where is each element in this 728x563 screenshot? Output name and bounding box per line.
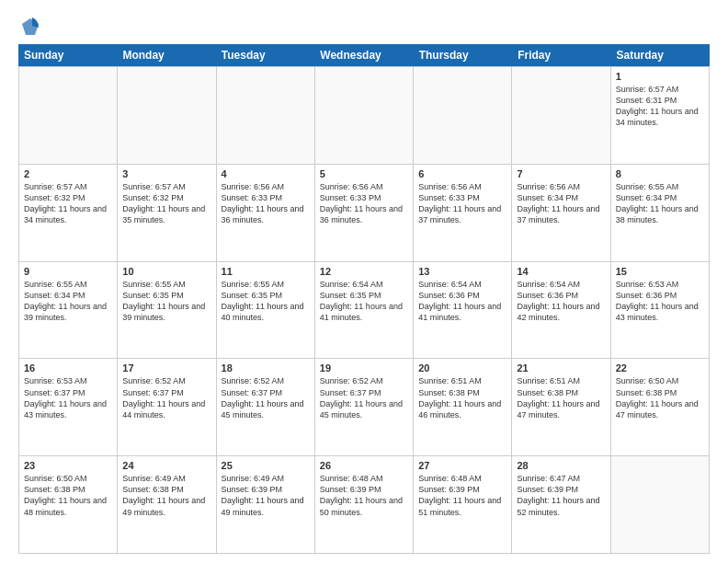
calendar-cell: 15Sunrise: 6:53 AM Sunset: 6:36 PM Dayli… <box>611 262 710 360</box>
day-info: Sunrise: 6:47 AM Sunset: 6:39 PM Dayligh… <box>517 473 605 518</box>
day-number: 4 <box>222 168 310 179</box>
day-number: 18 <box>222 362 310 373</box>
calendar-cell <box>315 67 414 165</box>
logo-icon <box>20 17 40 37</box>
day-info: Sunrise: 6:54 AM Sunset: 6:35 PM Dayligh… <box>320 279 408 324</box>
calendar-cell <box>118 67 216 165</box>
calendar-cell: 4Sunrise: 6:56 AM Sunset: 6:33 PM Daylig… <box>217 165 315 262</box>
calendar-cell: 25Sunrise: 6:49 AM Sunset: 6:39 PM Dayli… <box>217 456 315 554</box>
day-number: 8 <box>616 168 704 179</box>
day-number: 7 <box>517 168 605 179</box>
calendar-cell: 9Sunrise: 6:55 AM Sunset: 6:34 PM Daylig… <box>19 262 118 360</box>
calendar-cell: 13Sunrise: 6:54 AM Sunset: 6:36 PM Dayli… <box>414 262 512 360</box>
day-info: Sunrise: 6:51 AM Sunset: 6:38 PM Dayligh… <box>418 375 506 420</box>
calendar-cell: 28Sunrise: 6:47 AM Sunset: 6:39 PM Dayli… <box>512 456 610 554</box>
calendar-cell: 27Sunrise: 6:48 AM Sunset: 6:39 PM Dayli… <box>414 456 512 554</box>
calendar-cell: 8Sunrise: 6:55 AM Sunset: 6:34 PM Daylig… <box>611 165 710 262</box>
calendar-cell: 5Sunrise: 6:56 AM Sunset: 6:33 PM Daylig… <box>315 165 414 262</box>
day-info: Sunrise: 6:52 AM Sunset: 6:37 PM Dayligh… <box>122 375 210 420</box>
calendar-row-3: 16Sunrise: 6:53 AM Sunset: 6:37 PM Dayli… <box>19 359 710 456</box>
calendar-row-0: 1Sunrise: 6:57 AM Sunset: 6:31 PM Daylig… <box>19 67 710 165</box>
header-day-friday: Friday <box>512 44 610 66</box>
day-number: 11 <box>222 266 310 277</box>
calendar-cell: 14Sunrise: 6:54 AM Sunset: 6:36 PM Dayli… <box>512 262 610 360</box>
calendar-row-4: 23Sunrise: 6:50 AM Sunset: 6:38 PM Dayli… <box>19 456 710 554</box>
day-info: Sunrise: 6:50 AM Sunset: 6:38 PM Dayligh… <box>24 473 112 518</box>
day-info: Sunrise: 6:57 AM Sunset: 6:31 PM Dayligh… <box>616 84 704 129</box>
day-info: Sunrise: 6:48 AM Sunset: 6:39 PM Dayligh… <box>320 473 408 518</box>
day-info: Sunrise: 6:55 AM Sunset: 6:35 PM Dayligh… <box>122 279 210 324</box>
header-day-tuesday: Tuesday <box>216 44 314 66</box>
header-day-sunday: Sunday <box>18 44 117 66</box>
header-day-saturday: Saturday <box>611 44 710 66</box>
calendar-cell: 20Sunrise: 6:51 AM Sunset: 6:38 PM Dayli… <box>414 359 512 456</box>
calendar: SundayMondayTuesdayWednesdayThursdayFrid… <box>18 44 710 554</box>
calendar-cell: 7Sunrise: 6:56 AM Sunset: 6:34 PM Daylig… <box>512 165 610 262</box>
day-info: Sunrise: 6:52 AM Sunset: 6:37 PM Dayligh… <box>320 375 408 420</box>
header <box>18 17 710 37</box>
day-number: 5 <box>320 168 408 179</box>
day-number: 15 <box>616 266 704 277</box>
header-day-wednesday: Wednesday <box>314 44 413 66</box>
day-number: 25 <box>222 460 310 471</box>
day-info: Sunrise: 6:53 AM Sunset: 6:36 PM Dayligh… <box>616 279 704 324</box>
day-number: 13 <box>418 266 506 277</box>
day-number: 24 <box>122 460 210 471</box>
day-info: Sunrise: 6:54 AM Sunset: 6:36 PM Dayligh… <box>517 279 605 324</box>
calendar-cell: 23Sunrise: 6:50 AM Sunset: 6:38 PM Dayli… <box>19 456 118 554</box>
day-info: Sunrise: 6:54 AM Sunset: 6:36 PM Dayligh… <box>418 279 506 324</box>
calendar-cell <box>414 67 512 165</box>
calendar-cell: 3Sunrise: 6:57 AM Sunset: 6:32 PM Daylig… <box>118 165 216 262</box>
calendar-body: 1Sunrise: 6:57 AM Sunset: 6:31 PM Daylig… <box>18 66 710 554</box>
calendar-cell: 10Sunrise: 6:55 AM Sunset: 6:35 PM Dayli… <box>118 262 216 360</box>
day-number: 17 <box>122 362 210 373</box>
day-info: Sunrise: 6:52 AM Sunset: 6:37 PM Dayligh… <box>222 375 310 420</box>
day-number: 2 <box>24 168 112 179</box>
day-info: Sunrise: 6:49 AM Sunset: 6:39 PM Dayligh… <box>222 473 310 518</box>
day-info: Sunrise: 6:55 AM Sunset: 6:35 PM Dayligh… <box>222 279 310 324</box>
day-info: Sunrise: 6:49 AM Sunset: 6:38 PM Dayligh… <box>122 473 210 518</box>
header-day-thursday: Thursday <box>414 44 512 66</box>
calendar-cell <box>611 456 710 554</box>
calendar-cell: 16Sunrise: 6:53 AM Sunset: 6:37 PM Dayli… <box>19 359 118 456</box>
calendar-cell <box>217 67 315 165</box>
day-number: 3 <box>122 168 210 179</box>
day-info: Sunrise: 6:56 AM Sunset: 6:33 PM Dayligh… <box>222 181 310 226</box>
day-info: Sunrise: 6:55 AM Sunset: 6:34 PM Dayligh… <box>24 279 112 324</box>
day-number: 23 <box>24 460 112 471</box>
calendar-cell <box>512 67 610 165</box>
day-number: 6 <box>418 168 506 179</box>
calendar-row-1: 2Sunrise: 6:57 AM Sunset: 6:32 PM Daylig… <box>19 165 710 262</box>
calendar-header: SundayMondayTuesdayWednesdayThursdayFrid… <box>18 44 710 66</box>
day-info: Sunrise: 6:48 AM Sunset: 6:39 PM Dayligh… <box>418 473 506 518</box>
day-info: Sunrise: 6:55 AM Sunset: 6:34 PM Dayligh… <box>616 181 704 226</box>
calendar-cell <box>19 67 118 165</box>
day-info: Sunrise: 6:57 AM Sunset: 6:32 PM Dayligh… <box>24 181 112 226</box>
day-info: Sunrise: 6:57 AM Sunset: 6:32 PM Dayligh… <box>122 181 210 226</box>
day-info: Sunrise: 6:56 AM Sunset: 6:33 PM Dayligh… <box>320 181 408 226</box>
calendar-cell: 24Sunrise: 6:49 AM Sunset: 6:38 PM Dayli… <box>118 456 216 554</box>
calendar-cell: 18Sunrise: 6:52 AM Sunset: 6:37 PM Dayli… <box>217 359 315 456</box>
day-number: 10 <box>122 266 210 277</box>
day-number: 14 <box>517 266 605 277</box>
day-number: 12 <box>320 266 408 277</box>
day-number: 28 <box>517 460 605 471</box>
calendar-cell: 6Sunrise: 6:56 AM Sunset: 6:33 PM Daylig… <box>414 165 512 262</box>
calendar-row-2: 9Sunrise: 6:55 AM Sunset: 6:34 PM Daylig… <box>19 262 710 360</box>
calendar-cell: 26Sunrise: 6:48 AM Sunset: 6:39 PM Dayli… <box>315 456 414 554</box>
day-info: Sunrise: 6:53 AM Sunset: 6:37 PM Dayligh… <box>24 375 112 420</box>
calendar-cell: 19Sunrise: 6:52 AM Sunset: 6:37 PM Dayli… <box>315 359 414 456</box>
calendar-cell: 22Sunrise: 6:50 AM Sunset: 6:38 PM Dayli… <box>611 359 710 456</box>
day-number: 1 <box>616 71 704 82</box>
page: SundayMondayTuesdayWednesdayThursdayFrid… <box>0 0 728 563</box>
day-info: Sunrise: 6:56 AM Sunset: 6:34 PM Dayligh… <box>517 181 605 226</box>
day-number: 19 <box>320 362 408 373</box>
calendar-cell: 1Sunrise: 6:57 AM Sunset: 6:31 PM Daylig… <box>611 67 710 165</box>
header-day-monday: Monday <box>117 44 215 66</box>
day-number: 16 <box>24 362 112 373</box>
calendar-cell: 21Sunrise: 6:51 AM Sunset: 6:38 PM Dayli… <box>512 359 610 456</box>
day-info: Sunrise: 6:56 AM Sunset: 6:33 PM Dayligh… <box>418 181 506 226</box>
day-number: 20 <box>418 362 506 373</box>
logo <box>18 17 40 37</box>
day-number: 9 <box>24 266 112 277</box>
